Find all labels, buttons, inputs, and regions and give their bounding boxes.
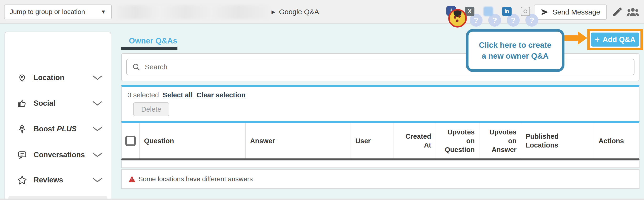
- sidebar-item-conversations[interactable]: Conversations: [8, 144, 108, 165]
- warning-triangle-icon: [128, 176, 136, 183]
- plus-badge: PLUS: [57, 125, 77, 133]
- column-header-upvotes-question: Upvotes on Question: [436, 123, 480, 158]
- top-bar: Jump to group or location ▼ ▶ Google Q&A…: [0, 0, 644, 24]
- selection-toolbar: 0 selected Select all Clear selection De…: [121, 85, 640, 121]
- social-profile-icons: f X ? ? in ? ?: [446, 6, 542, 27]
- column-header-published-locations: Published Locations: [521, 123, 594, 158]
- location-name-redacted: [117, 5, 269, 19]
- x-twitter-icon[interactable]: X: [465, 7, 474, 16]
- search-icon: [132, 63, 140, 71]
- add-qa-button[interactable]: + Add Q&A: [591, 32, 639, 47]
- sidebar-item-label: BoostPLUS: [34, 125, 92, 133]
- sidebar-item-label: Social: [34, 99, 92, 107]
- column-header-user: User: [351, 123, 394, 158]
- select-all-link[interactable]: Select all: [163, 91, 193, 99]
- thumbs-up-icon: [17, 99, 28, 108]
- header-checkbox-cell: [122, 123, 140, 158]
- foursquare-icon[interactable]: [484, 7, 493, 16]
- column-header-question: Question: [140, 123, 246, 158]
- sidebar-item-label: Reviews: [34, 176, 92, 184]
- chevron-down-icon: [92, 100, 103, 106]
- map-pin-icon: [17, 73, 28, 83]
- edit-icon[interactable]: [612, 6, 623, 18]
- instagram-icon[interactable]: [521, 7, 530, 16]
- qa-table-header: Question Answer User Created At Upvotes …: [121, 121, 640, 160]
- business-logo-avatar: [448, 9, 467, 27]
- annotation-arrow-icon: [564, 31, 587, 45]
- column-header-actions: Actions: [594, 123, 639, 158]
- column-header-created-at: Created At: [394, 123, 436, 158]
- chevron-down-icon: [92, 152, 103, 158]
- breadcrumb-page-title: Google Q&A: [279, 8, 319, 16]
- select-all-checkbox[interactable]: [125, 136, 136, 146]
- warning-row: Some locations have different answers: [121, 169, 640, 189]
- chevron-down-icon: [92, 126, 103, 132]
- empty-table-row: [121, 160, 640, 168]
- send-message-button[interactable]: Send Message: [534, 4, 607, 20]
- instagram-lens: [524, 9, 527, 13]
- breadcrumb-arrow-icon: ▶: [272, 9, 275, 15]
- annotation-highlight-box: + Add Q&A: [587, 29, 643, 50]
- paper-plane-icon: [541, 8, 549, 16]
- sidebar: Location Social BoostPLUS Conversations …: [4, 32, 111, 200]
- linkedin-icon[interactable]: in: [502, 7, 512, 16]
- selected-count: 0 selected: [128, 91, 159, 99]
- annotation-callout-text: Click here to create a new owner Q&A: [476, 40, 554, 62]
- tab-owner-qas[interactable]: Owner Q&As: [129, 36, 178, 45]
- chevron-down-icon: [92, 75, 103, 81]
- chat-bubble-icon: [17, 150, 28, 160]
- warning-message: Some locations have different answers: [138, 175, 253, 183]
- jump-to-group-label: Jump to group or location: [10, 8, 85, 16]
- sidebar-item-label: Conversations: [34, 151, 92, 159]
- clear-selection-link[interactable]: Clear selection: [196, 91, 246, 99]
- add-qa-label: Add Q&A: [602, 35, 636, 44]
- annotation-callout: Click here to create a new owner Q&A: [466, 29, 564, 72]
- active-tab-indicator: [121, 47, 178, 50]
- chevron-down-icon: ▼: [101, 9, 106, 15]
- chevron-down-icon: [92, 177, 103, 183]
- breadcrumb: ▶ Google Q&A: [272, 0, 319, 24]
- window-bottom-edge: [0, 199, 644, 200]
- column-header-answer: Answer: [246, 123, 351, 158]
- star-icon: [17, 175, 28, 185]
- users-icon[interactable]: [626, 6, 639, 18]
- sidebar-item-reviews[interactable]: Reviews: [8, 170, 108, 191]
- column-header-upvotes-answer: Upvotes on Answer: [480, 123, 521, 158]
- plus-icon: +: [595, 35, 600, 45]
- sidebar-item-boost[interactable]: BoostPLUS: [8, 118, 108, 139]
- delete-button[interactable]: Delete: [133, 102, 169, 116]
- sidebar-item-location[interactable]: Location: [8, 67, 108, 88]
- sidebar-item-social[interactable]: Social: [8, 93, 108, 114]
- jump-to-group-select[interactable]: Jump to group or location ▼: [4, 4, 112, 19]
- sidebar-item-label: Location: [34, 73, 92, 82]
- rocket-icon: [17, 124, 28, 134]
